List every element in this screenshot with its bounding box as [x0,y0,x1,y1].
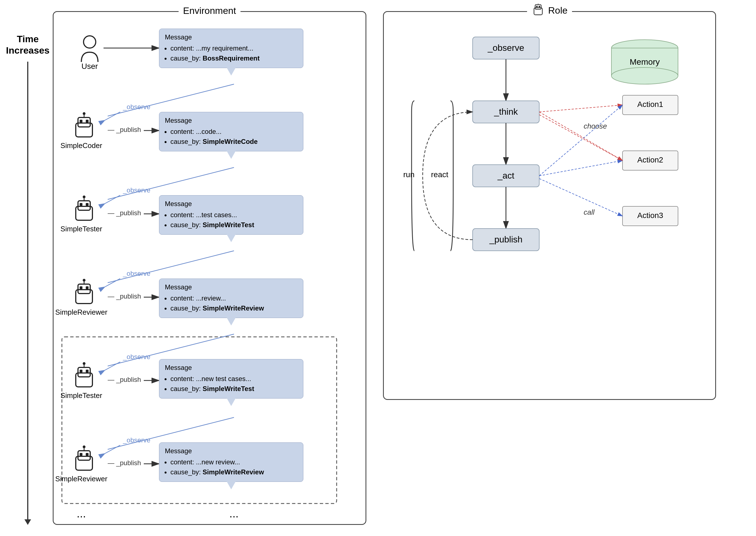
svg-rect-27 [79,453,82,456]
svg-rect-4 [86,120,88,122]
memory-bottom-ellipse [612,67,678,84]
time-axis: TimeIncreases [11,11,45,525]
think-text: _think [494,107,518,117]
observe-label-2: _observe [123,186,150,194]
svg-point-0 [83,36,96,48]
env-label: Environment [179,5,241,16]
observe-arrow-5 [105,445,120,453]
svg-rect-16 [86,286,88,289]
user-label: User [81,62,98,71]
simplereviewer-robot [76,279,92,304]
act-action2-blue [539,160,622,176]
svg-rect-9 [79,203,82,206]
action3-text: Action3 [637,211,663,220]
role-label-text: Role [548,5,568,16]
publish-label-3: — _publish [108,292,141,300]
svg-rect-21 [79,370,82,372]
time-arrow [24,62,31,525]
publish-label-2: — _publish [108,209,141,217]
svg-point-30 [83,446,85,448]
main-container: TimeIncreases Environment [0,0,756,536]
observe-line-1 [108,84,234,116]
simplecoder-robot [76,112,92,137]
observe-text: _observe [488,43,524,53]
react-label: react [431,170,448,179]
observe-label-4: _observe [123,353,150,360]
publish-label-4: — _publish [108,376,141,383]
role-robot-icon [531,4,545,17]
user-icon [81,36,98,62]
dots-right: ... [229,507,238,519]
svg-rect-10 [86,203,88,206]
role-diagram-svg: _observe Memory _think _act [395,26,706,387]
publish-label-5: — _publish [108,459,141,467]
svg-rect-28 [86,453,88,456]
action2-text: Action2 [637,155,663,164]
svg-point-18 [83,279,85,282]
left-panel: TimeIncreases Environment [11,11,366,525]
message-2: Message content: ...code... cause_by: Si… [159,112,309,167]
time-label: TimeIncreases [6,33,50,56]
simpletester2-robot [76,362,92,387]
simplereviewer2-label: SimpleReviewer [55,475,108,483]
message-4: Message content: ...review... cause_by: … [159,279,309,334]
think-action2-red [539,115,622,160]
observe-arrow-3 [105,279,120,287]
dots-left: ... [77,507,86,519]
svg-rect-15 [79,286,82,289]
publish-label-1: — _publish [108,126,141,133]
env-border: Environment User [53,11,366,525]
act-action1-blue [539,105,622,176]
message-5: Message content: ...new test cases... ca… [159,359,309,418]
act-text: _act [497,171,515,181]
simplereviewer2-robot [76,446,92,470]
react-brace [451,101,453,251]
left-diagram-svg: User Message content: ...my requirement.… [59,20,351,526]
observe-arrow-4 [105,362,120,370]
run-label: run [403,170,414,179]
simpletester-label: SimpleTester [60,225,102,233]
message-3: Message content: ...test cases... cause_… [159,195,309,251]
think-action1-red [539,105,622,112]
observe-arrow-1 [105,112,120,120]
think-action2-red-cross [539,112,622,160]
svg-rect-22 [86,370,88,372]
observe-line-3 [108,251,234,283]
svg-point-6 [83,112,85,115]
message-1: Message content: ...my requirement... ca… [159,29,309,84]
message-6: Message content: ...new review... cause_… [159,442,309,501]
time-arrow-head [24,519,31,525]
simpletester2-label: SimpleTester [60,391,102,400]
svg-point-12 [83,195,85,198]
simplereviewer-label: SimpleReviewer [55,308,108,316]
observe-line-2 [108,167,234,199]
svg-rect-36 [539,6,540,7]
observe-label-1: _observe [123,103,150,111]
role-label: Role [527,4,572,17]
observe-label-3: _observe [123,270,150,277]
simpletester-robot [76,195,92,220]
right-panel: Role [383,11,745,525]
memory-text: Memory [630,57,660,66]
call-label: call [583,208,595,216]
action1-text: Action1 [637,100,663,109]
role-border: Role [383,11,716,400]
publish-text: _publish [489,234,522,244]
simplecoder-label: SimpleCoder [60,141,102,150]
act-action3-blue [539,179,622,216]
svg-point-24 [83,362,85,365]
svg-rect-3 [79,120,82,122]
time-arrow-line [27,62,28,519]
observe-arrow-2 [105,195,120,204]
svg-rect-34 [535,5,541,10]
choose-label: choose [583,122,607,130]
observe-label-5: _observe [123,436,150,444]
env-section: Environment User [53,11,366,525]
svg-rect-35 [536,6,538,7]
